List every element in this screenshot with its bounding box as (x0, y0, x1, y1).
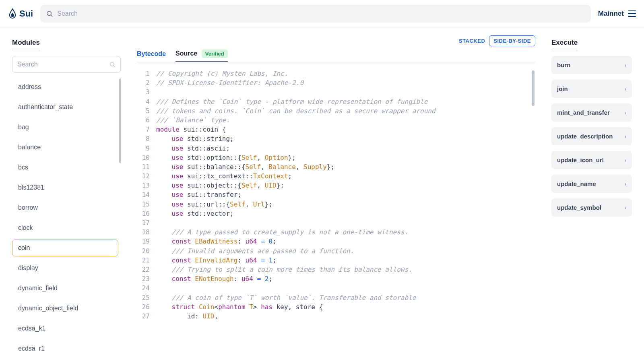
line-number: 25 (137, 293, 156, 302)
chevron-right-icon: › (624, 86, 626, 92)
global-search-input[interactable] (57, 10, 585, 17)
line-number: 6 (137, 116, 156, 125)
source-code-panel[interactable]: 1// Copyright (c) Mysten Labs, Inc.2// S… (137, 69, 535, 351)
brand-logo[interactable]: Sui (8, 8, 33, 19)
code-text: use std::ascii; (156, 144, 230, 153)
svg-line-3 (114, 66, 115, 67)
line-number: 26 (137, 302, 156, 312)
search-icon (109, 61, 116, 68)
code-text: /// `Balance` type. (156, 116, 230, 125)
code-line: 11 use sui::balance::{Self, Balance, Sup… (137, 162, 535, 171)
code-text: const EBadWitness: u64 = 0; (156, 237, 277, 246)
scrollbar-thumb[interactable] (532, 70, 535, 106)
line-number: 10 (137, 153, 156, 162)
code-text: use sui::balance::{Self, Balance, Supply… (156, 162, 334, 171)
tab-source[interactable]: Source Verified (175, 50, 228, 62)
svg-line-1 (51, 15, 52, 16)
line-number: 16 (137, 209, 156, 218)
execute-label: update_name (557, 180, 596, 187)
module-search[interactable] (12, 56, 121, 73)
code-line: 24 (137, 283, 535, 293)
code-text: const EInvalidArg: u64 = 1; (156, 256, 277, 265)
execute-update_icon_url[interactable]: update_icon_url› (551, 151, 632, 169)
code-text: struct Coin<phantom T> has key, store { (156, 302, 323, 312)
code-text: // Copyright (c) Mysten Labs, Inc. (156, 69, 288, 78)
code-line: 3 (137, 87, 535, 97)
global-search[interactable] (40, 5, 591, 23)
line-number: 27 (137, 312, 156, 321)
line-number: 14 (137, 190, 156, 199)
code-line: 4/// Defines the `Coin` type - platform … (137, 97, 535, 106)
code-text: id: UID, (156, 312, 218, 321)
module-item-ecdsa_r1[interactable]: ecdsa_r1 (12, 340, 118, 351)
code-line: 10 use std::option::{Self, Option}; (137, 153, 535, 162)
execute-join[interactable]: join› (551, 80, 632, 98)
module-item-authenticator_state[interactable]: authenticator_state (12, 99, 118, 116)
code-line: 27 id: UID, (137, 312, 535, 321)
code-text: // SPDX-License-Identifier: Apache-2.0 (156, 78, 303, 87)
line-number: 4 (137, 97, 156, 106)
module-item-display[interactable]: display (12, 260, 118, 277)
code-line: 1// Copyright (c) Mysten Labs, Inc. (137, 69, 535, 78)
network-selector[interactable]: Mainnet (598, 10, 636, 18)
line-number: 19 (137, 237, 156, 246)
code-text: use std::vector; (156, 209, 234, 218)
module-item-borrow[interactable]: borrow (12, 199, 118, 216)
execute-burn[interactable]: burn› (551, 56, 632, 74)
chevron-right-icon: › (624, 181, 626, 187)
code-line: 12 use sui::tx_context::TxContext; (137, 171, 535, 181)
view-stacked[interactable]: STACKED (459, 38, 485, 44)
module-item-balance[interactable]: balance (12, 139, 118, 156)
code-text: /// A type passed to create_supply is no… (156, 227, 408, 237)
code-line: 14 use sui::transfer; (137, 190, 535, 199)
execute-label: update_icon_url (557, 157, 604, 163)
tab-bytecode[interactable]: Bytecode (137, 50, 166, 62)
module-item-coin[interactable]: coin (12, 240, 118, 256)
line-number: 18 (137, 227, 156, 237)
chevron-right-icon: › (624, 62, 626, 68)
module-item-ecdsa_k1[interactable]: ecdsa_k1 (12, 320, 118, 337)
execute-label: update_description (557, 133, 613, 140)
code-text: const ENotEnough: u64 = 2; (156, 274, 272, 283)
module-item-address[interactable]: address (12, 78, 118, 95)
scrollbar-thumb[interactable] (119, 78, 121, 163)
code-line: 13 use sui::object::{Self, UID}; (137, 181, 535, 190)
code-line: 5/// tokens and coins. `Coin` can be des… (137, 106, 535, 116)
line-number: 22 (137, 265, 156, 274)
verified-badge: Verified (202, 50, 228, 58)
menu-icon (628, 10, 636, 17)
line-number: 1 (137, 69, 156, 78)
module-item-dynamic_object_field[interactable]: dynamic_object_field (12, 300, 118, 317)
execute-mint_and_transfer[interactable]: mint_and_transfer› (551, 103, 632, 122)
chevron-right-icon: › (624, 204, 626, 211)
code-line: 22 /// Trying to split a coin more times… (137, 265, 535, 274)
code-tabs: Bytecode Source Verified (137, 50, 535, 62)
code-line: 26 struct Coin<phantom T> has key, store… (137, 302, 535, 312)
line-number: 2 (137, 78, 156, 87)
tab-source-label: Source (175, 50, 197, 57)
module-item-bag[interactable]: bag (12, 119, 118, 136)
code-text: use sui::url::{Self, Url}; (156, 200, 272, 209)
brand-text: Sui (19, 8, 33, 19)
module-list[interactable]: addressauthenticator_statebagbalancebcsb… (12, 78, 121, 351)
module-item-bcs[interactable]: bcs (12, 159, 118, 176)
code-line: 6/// `Balance` type. (137, 116, 535, 125)
code-text: use sui::object::{Self, UID}; (156, 181, 284, 190)
line-number: 9 (137, 144, 156, 153)
execute-update_description[interactable]: update_description› (551, 127, 632, 145)
module-item-dynamic_field[interactable]: dynamic_field (12, 280, 118, 297)
execute-update_name[interactable]: update_name› (551, 175, 632, 193)
module-search-input[interactable] (17, 61, 106, 68)
module-item-bls12381[interactable]: bls12381 (12, 179, 118, 196)
execute-update_symbol[interactable]: update_symbol› (551, 198, 632, 217)
chevron-right-icon: › (624, 133, 626, 140)
view-side-by-side[interactable]: SIDE-BY-SIDE (489, 35, 535, 46)
line-number: 12 (137, 171, 156, 181)
code-line: 16 use std::vector; (137, 209, 535, 218)
code-text: use std::option::{Self, Option}; (156, 153, 296, 162)
modules-heading: Modules (12, 39, 40, 50)
code-text: /// tokens and coins. `Coin` can be desc… (156, 106, 436, 116)
module-item-clock[interactable]: clock (12, 219, 118, 236)
code-text: /// A coin of type `T` worth `value`. Tr… (156, 293, 416, 302)
code-text: use std::string; (156, 134, 234, 143)
